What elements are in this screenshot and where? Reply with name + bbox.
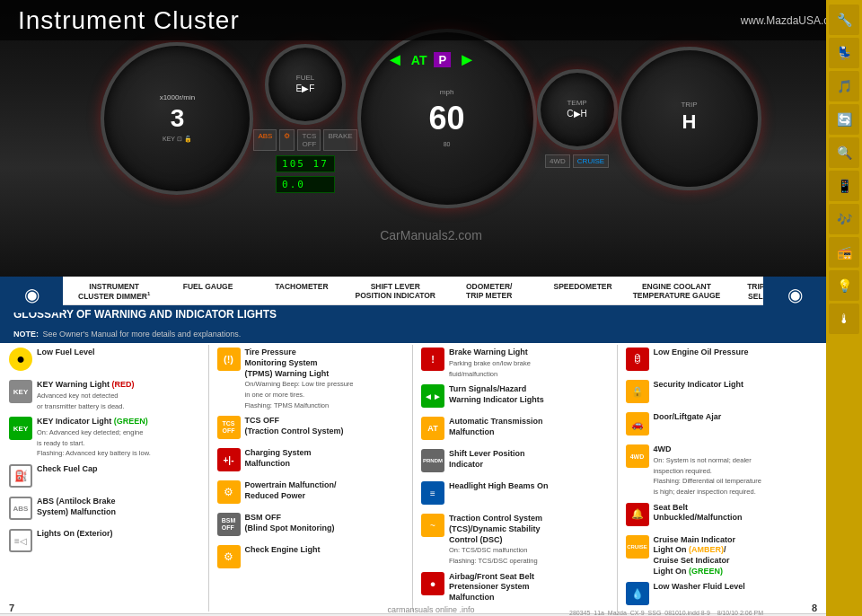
title-bar: Instrument Cluster www.MazdaUSA.com (0, 0, 862, 40)
warning-charging-system: +|- Charging SystemMalfunction (213, 445, 409, 478)
warnings-col-4: 🛢 Low Engine Oil Pressure 🔒 Security Ind… (618, 345, 822, 612)
traction-control-label: Traction Control System(TCS)/Dynamic Sta… (449, 514, 542, 545)
warning-check-fuel-cap: ⛽ Check Fuel Cap (4, 462, 205, 494)
shift-lever-icon: PRNDM (421, 449, 444, 472)
small-indicators: ABS ⚙ TCSOFF BRAKE (253, 129, 356, 151)
middle-section: FUEL E▶F ABS ⚙ TCSOFF BRAKE 105 17 0.0 (253, 44, 356, 193)
coolant-gauge-small: TEMP C▶H (537, 69, 618, 150)
left-turn-arrow: ◄ (386, 49, 404, 70)
auto-trans-label: Automatic TransmissionMalfunction (449, 417, 543, 437)
side-icon-music[interactable]: 🎶 (829, 204, 859, 234)
file-info: 280345_11a_Mazda_CX-9_SSG_081010.indd 8-… (569, 610, 763, 616)
warning-airbag: ● Airbag/Front Seat BeltPretensioner Sys… (417, 569, 613, 606)
warning-high-beams: ≡ Headlight High Beams On (417, 479, 613, 511)
side-icon-phone[interactable]: 📱 (829, 171, 859, 201)
seat-belt-label: Seat BeltUnbuckled/Malfunction (654, 503, 743, 524)
right-panel-icon: ◉ (787, 284, 803, 305)
low-oil-icon: 🛢 (626, 348, 649, 371)
p-display: P (434, 52, 451, 67)
left-panel-icon: ◉ (24, 284, 40, 305)
watermark: CarManuals2.com (380, 228, 482, 242)
side-icon-radio[interactable]: 📻 (829, 237, 859, 268)
low-oil-label: Low Engine Oil Pressure (654, 348, 749, 358)
4wd-icon: 4WD (626, 444, 649, 468)
check-fuel-cap-label: Check Fuel Cap (37, 464, 98, 475)
security-icon: 🔒 (626, 380, 649, 403)
lights-exterior-icon: ≡◁ (9, 529, 32, 552)
trip-display: 0.0 (276, 176, 335, 193)
label-speedometer: SPEEDOMETER (536, 280, 629, 303)
turn-signals-icon: ◄► (421, 384, 444, 408)
warning-key-green: KEY KEY Indicator Light (GREEN) On: Adva… (4, 414, 205, 462)
door-ajar-label: Door/Liftgate Ajar (654, 412, 722, 423)
side-icon-seat[interactable]: 💺 (829, 38, 859, 68)
page-num-right: 8 (812, 603, 817, 613)
file-info-text: 280345_11a_Mazda_CX-9_SSG_081010.indd 8-… (569, 610, 710, 616)
lights-exterior-label: Lights On (Exterior) (37, 529, 113, 540)
bsm-off-icon: BSMOFF (217, 513, 241, 536)
tachometer-gauge: x1000r/min 3 KEY ⊡ 🔓 (101, 42, 253, 195)
abs-icon: ABS (9, 497, 32, 520)
warning-powertrain: ⚙ Powertrain Malfunction/Reduced Power (213, 478, 409, 510)
warning-turn-signals: ◄► Turn Signals/HazardWarning Indicator … (417, 382, 613, 414)
warning-tpms: (!) Tire PressureMonitoring System(TPMS)… (213, 345, 409, 413)
label-instrument-cluster-dimmer: INSTRUMENTCLUSTER DIMMER1 (67, 280, 161, 303)
warning-security: 🔒 Security Indicator Light (621, 377, 819, 409)
side-icon-search[interactable]: 🔍 (829, 137, 859, 168)
auto-trans-icon: AT (421, 417, 444, 440)
side-icon-rotate[interactable]: 🔄 (829, 104, 859, 135)
right-small-indicators: 4WD CRUISE (545, 154, 609, 168)
content-area: INSTRUMENTCLUSTER DIMMER1 FUEL GAUGE TAC… (0, 277, 826, 616)
high-beams-label: Headlight High Beams On (449, 481, 549, 492)
warning-abs: ABS ABS (Antilock BrakeSystem) Malfuncti… (4, 494, 205, 526)
door-ajar-icon: 🚗 (626, 412, 649, 436)
abs-label: ABS (Antilock BrakeSystem) Malfunction (37, 497, 116, 517)
fuel-gauge-small: FUEL E▶F (265, 44, 346, 125)
side-icon-light[interactable]: 💡 (829, 270, 859, 301)
lcd-displays: 105 17 0.0 (276, 155, 335, 193)
key-warning-label: KEY Warning Light (RED) (37, 380, 135, 391)
tpms-icon: (!) (217, 348, 241, 371)
side-icon-temp[interactable]: 🌡 (829, 304, 859, 334)
warnings-col-3: ! Brake Warning Light Parking brake on/l… (413, 345, 618, 612)
labels-row: INSTRUMENTCLUSTER DIMMER1 FUEL GAUGE TAC… (0, 277, 826, 305)
cruise-icon: CRUISE (626, 535, 649, 559)
at-display: AT (411, 53, 427, 67)
check-engine-icon: ⚙ (217, 545, 241, 568)
label-engine-coolant: ENGINE COOLANTTEMPERATURE GAUGE (629, 280, 723, 303)
label-shift-lever: SHIFT LEVERPOSITION INDICATOR (348, 280, 442, 303)
warning-tcs-off: TCSOFF TCS OFF(Traction Control System) (213, 413, 409, 445)
page-title: Instrument Cluster (18, 6, 240, 35)
at-p-indicators: ◄ AT P ► (386, 49, 476, 70)
high-beams-icon: ≡ (421, 481, 444, 505)
timestamp-text: 8/10/10 2:06 PM (717, 610, 763, 616)
side-icon-wrench[interactable]: 🔧 (829, 4, 859, 35)
side-icons-bar: 🔧 💺 🎵 🔄 🔍 📱 🎶 📻 💡 🌡 (826, 0, 862, 616)
powertrain-label: Powertrain Malfunction/Reduced Power (245, 480, 337, 501)
warning-seat-belt: 🔔 Seat BeltUnbuckled/Malfunction (621, 500, 819, 532)
charging-system-icon: +|- (217, 448, 241, 471)
warning-cruise: CRUISE Cruise Main IndicatorLight On (AM… (621, 532, 819, 580)
low-fuel-label: Low Fuel Level (37, 348, 95, 358)
seat-belt-icon: 🔔 (626, 503, 649, 526)
warning-auto-trans: AT Automatic TransmissionMalfunction (417, 414, 613, 446)
shift-lever-label: Shift Lever PositionIndicator (449, 449, 525, 470)
warning-low-oil: 🛢 Low Engine Oil Pressure (621, 345, 819, 377)
label-tachometer: TACHOMETER (255, 280, 348, 303)
security-label: Security Indicator Light (654, 380, 744, 391)
tcs-off-icon: TCSOFF (217, 416, 241, 439)
glossary-header-bar: GLOSSARY OF WARNING AND INDICATOR LIGHTS (0, 305, 826, 323)
cluster-image: Instrument Cluster www.MazdaUSA.com ◄ AT… (0, 0, 862, 278)
cruise-label: Cruise Main IndicatorLight On (AMBER)/Cr… (654, 535, 736, 577)
warning-4wd: 4WD 4WD On: System is not normal; dealer… (621, 442, 819, 499)
key-indicator-icon: KEY (9, 417, 32, 440)
bsm-off-label: BSM OFF(Blind Spot Monitoring) (245, 513, 335, 533)
right-section: TEMP C▶H 4WD CRUISE (537, 69, 618, 168)
key-indicator-label: KEY Indicator Light (GREEN) (37, 417, 151, 427)
side-icon-steering[interactable]: 🎵 (829, 71, 859, 101)
charging-system-label: Charging SystemMalfunction (245, 448, 312, 469)
washer-fluid-label: Low Washer Fluid Level (654, 582, 745, 593)
brake-label: Brake Warning Light (449, 348, 531, 358)
warning-key-red: KEY KEY Warning Light (RED) Advanced key… (4, 377, 205, 414)
carmanuals-footer: carmansuals online .info (387, 605, 474, 614)
